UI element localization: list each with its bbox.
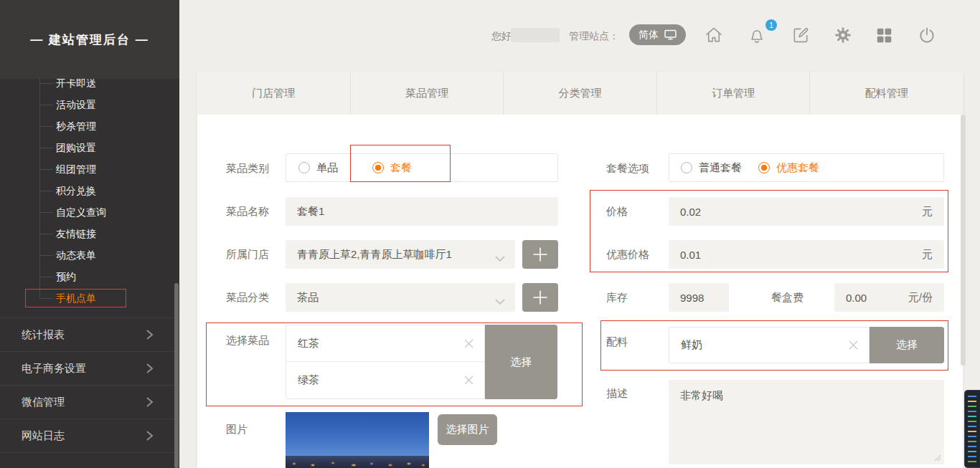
add-classification-button[interactable] bbox=[522, 283, 558, 312]
content-card: 门店管理 菜品管理 分类管理 订单管理 配料管理 菜品类别 单品 套餐 菜品名称… bbox=[197, 72, 963, 468]
select-ingredient-button[interactable]: 选择 bbox=[870, 327, 944, 363]
notification-badge: 1 bbox=[765, 19, 777, 31]
radio-set-meal[interactable]: 套餐 bbox=[372, 161, 412, 175]
sidebar-item-zidingyi[interactable]: 自定义查询 bbox=[0, 201, 179, 223]
chevron-right-icon bbox=[146, 329, 154, 340]
tab-store-management[interactable]: 门店管理 bbox=[197, 72, 350, 115]
ingredient-input[interactable]: 鲜奶 bbox=[669, 327, 870, 363]
sidebar-item-miaosha[interactable]: 秒杀管理 bbox=[0, 115, 179, 137]
store-value: 青青原上草2,青青原上草咖啡厅1 bbox=[297, 248, 452, 262]
close-icon[interactable] bbox=[463, 375, 474, 386]
sidebar-item-yuyue[interactable]: 预约 bbox=[0, 266, 179, 287]
radio-circle-icon bbox=[758, 162, 770, 173]
dish-category-label: 菜品类别 bbox=[226, 162, 269, 176]
sidebar-section-wechat[interactable]: 微信管理 bbox=[0, 385, 179, 419]
stock-label: 库存 bbox=[606, 291, 628, 305]
ingredient-value: 鲜奶 bbox=[681, 338, 702, 352]
price-input[interactable]: 0.02 元 bbox=[669, 197, 944, 226]
section-label: 统计报表 bbox=[22, 328, 65, 342]
sidebar-item-youqing[interactable]: 友情链接 bbox=[0, 223, 179, 244]
dish-image-thumbnail bbox=[286, 412, 429, 468]
monitor-icon bbox=[664, 29, 677, 40]
dish-classification-select[interactable]: 茶品 bbox=[286, 283, 515, 312]
radio-label: 普通套餐 bbox=[699, 161, 742, 175]
discount-price-label: 优惠价格 bbox=[606, 248, 649, 262]
radio-circle-icon bbox=[298, 162, 310, 173]
section-label: 网站日志 bbox=[22, 429, 65, 443]
sidebar-sections: 统计报表 电子商务设置 微信管理 网站日志 bbox=[0, 317, 179, 453]
radio-circle-icon bbox=[372, 162, 384, 173]
language-label: 简体 bbox=[639, 29, 659, 42]
dish-classification-label: 菜品分类 bbox=[226, 291, 269, 305]
sidebar-section-ecommerce[interactable]: 电子商务设置 bbox=[0, 351, 179, 385]
section-label: 电子商务设置 bbox=[22, 362, 86, 376]
radio-circle-icon bbox=[681, 162, 692, 173]
radio-label: 优惠套餐 bbox=[776, 161, 819, 175]
description-textarea[interactable]: 非常好喝 bbox=[669, 380, 944, 464]
chevron-right-icon bbox=[146, 363, 154, 374]
radio-discount-meal[interactable]: 优惠套餐 bbox=[758, 161, 819, 175]
price-value: 0.02 bbox=[680, 206, 701, 218]
meal-option-radio-group: 普通套餐 优惠套餐 bbox=[669, 153, 944, 182]
sidebar-item-jifen[interactable]: 积分兑换 bbox=[0, 180, 179, 201]
radio-single-item[interactable]: 单品 bbox=[298, 161, 338, 175]
box-fee-value: 0.00 bbox=[846, 292, 867, 304]
dish-item-name: 红茶 bbox=[298, 337, 319, 350]
compose-icon[interactable] bbox=[791, 26, 810, 44]
add-store-button[interactable] bbox=[522, 240, 558, 269]
sidebar-section-sitelog[interactable]: 网站日志 bbox=[0, 419, 179, 452]
plus-icon bbox=[531, 245, 550, 264]
gear-icon[interactable] bbox=[834, 26, 852, 44]
sidebar-item-dongtai[interactable]: 动态表单 bbox=[0, 244, 179, 266]
sidebar-item-zutuan[interactable]: 组团管理 bbox=[0, 158, 179, 180]
dish-item-name: 绿茶 bbox=[298, 373, 319, 387]
minimap-stripes bbox=[965, 391, 979, 467]
sidebar-item-tuangou[interactable]: 团购设置 bbox=[0, 137, 179, 158]
dish-list-item: 红茶 bbox=[286, 325, 484, 362]
image-city-lights bbox=[286, 458, 429, 468]
sidebar-section-stats[interactable]: 统计报表 bbox=[0, 317, 179, 351]
dish-list-item: 绿茶 bbox=[286, 362, 484, 398]
chevron-right-icon bbox=[146, 430, 154, 441]
selected-dishes-list: 红茶 绿茶 bbox=[286, 325, 485, 399]
home-icon[interactable] bbox=[705, 26, 723, 44]
discount-price-input[interactable]: 0.01 元 bbox=[669, 240, 944, 269]
discount-price-unit: 元 bbox=[922, 248, 933, 262]
dish-name-input[interactable]: 套餐1 bbox=[286, 197, 558, 226]
top-header: 您好 管理站点： 简体 1 bbox=[179, 0, 980, 72]
select-dishes-label: 选择菜品 bbox=[226, 334, 269, 348]
stock-input[interactable]: 9998 bbox=[669, 283, 729, 312]
chevron-down-icon bbox=[495, 252, 505, 264]
tab-category-management[interactable]: 分类管理 bbox=[503, 72, 656, 115]
select-dishes-button[interactable]: 选择 bbox=[485, 325, 557, 399]
box-fee-input[interactable]: 0.00 元/份 bbox=[834, 283, 944, 312]
store-label: 所属门店 bbox=[226, 248, 269, 262]
store-select[interactable]: 青青原上草2,青青原上草咖啡厅1 bbox=[286, 240, 515, 269]
sidebar-scrollbar[interactable] bbox=[174, 283, 179, 468]
dish-classification-value: 茶品 bbox=[297, 291, 319, 305]
page-scrollbar[interactable] bbox=[961, 115, 966, 366]
dish-name-value: 套餐1 bbox=[297, 205, 324, 219]
resize-handle-icon[interactable] bbox=[934, 454, 941, 462]
ingredient-label: 配料 bbox=[606, 335, 628, 349]
username-redacted bbox=[511, 28, 560, 42]
bell-icon[interactable] bbox=[748, 26, 766, 44]
plus-icon bbox=[531, 288, 550, 307]
language-switch-button[interactable]: 简体 bbox=[629, 24, 686, 45]
close-icon[interactable] bbox=[463, 338, 474, 349]
tab-dish-management[interactable]: 菜品管理 bbox=[350, 72, 504, 115]
meal-option-label: 套餐选项 bbox=[606, 162, 649, 176]
sidebar-submenu: 开卡即送 活动设置 秒杀管理 团购设置 组团管理 积分兑换 自定义查询 友情链接… bbox=[0, 72, 179, 309]
apps-grid-icon[interactable] bbox=[875, 26, 893, 44]
close-icon[interactable] bbox=[848, 340, 859, 350]
sidebar-item-huodong[interactable]: 活动设置 bbox=[0, 94, 179, 115]
select-image-button[interactable]: 选择图片 bbox=[438, 414, 497, 445]
minimap-widget[interactable] bbox=[964, 390, 980, 468]
sidebar-item-shouji-diandan[interactable]: 手机点单 bbox=[0, 287, 179, 309]
tab-order-management[interactable]: 订单管理 bbox=[656, 72, 810, 115]
radio-normal-meal[interactable]: 普通套餐 bbox=[681, 161, 742, 175]
tab-ingredient-management[interactable]: 配料管理 bbox=[809, 72, 963, 115]
power-icon[interactable] bbox=[918, 26, 936, 44]
stock-value: 9998 bbox=[680, 292, 704, 304]
discount-price-value: 0.01 bbox=[680, 249, 701, 261]
